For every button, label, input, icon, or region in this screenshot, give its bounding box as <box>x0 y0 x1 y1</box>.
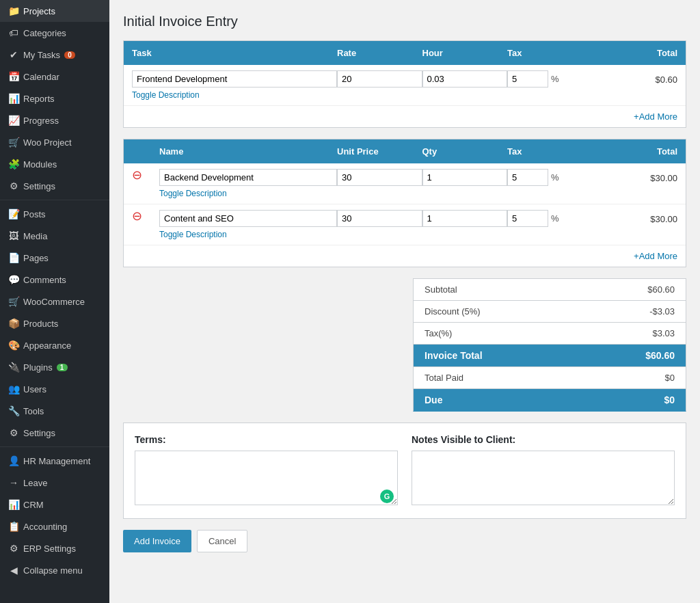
task-table-header: Task Rate Hour Tax Total <box>124 41 686 65</box>
product-row-1: ⊖ Toggle Description % $30.00 <box>124 163 686 204</box>
sidebar-item-modules[interactable]: 🧩 Modules <box>0 153 109 175</box>
product-toggle-desc-1[interactable]: Toggle Description <box>159 189 337 198</box>
task-rate-input[interactable] <box>337 70 422 88</box>
sidebar-item-reports[interactable]: 📊 Reports <box>0 88 109 109</box>
sidebar-item-settings[interactable]: ⚙ Settings <box>0 175 109 197</box>
notes-block: Notes Visible to Client: <box>412 434 675 507</box>
task-add-more[interactable]: +Add More <box>124 106 686 127</box>
sidebar-item-crm[interactable]: 📊 CRM <box>0 494 109 515</box>
settings2-icon: ⚙ <box>8 427 19 438</box>
product-toggle-desc-2[interactable]: Toggle Description <box>159 230 337 239</box>
remove-col-header <box>132 146 159 157</box>
product-qty-input-1[interactable] <box>422 169 508 186</box>
task-toggle-desc[interactable]: Toggle Description <box>132 90 337 100</box>
total-paid-label: Total Paid <box>425 373 463 383</box>
users-icon: 👥 <box>8 384 19 394</box>
sidebar-item-tools[interactable]: 🔧 Tools <box>0 400 109 422</box>
sidebar-item-leave[interactable]: → Leave <box>0 472 109 494</box>
unitprice-col-header: Unit Price <box>337 146 422 157</box>
product-table-header: Name Unit Price Qty Tax Total <box>124 139 686 163</box>
categories-icon: 🏷 <box>8 27 19 38</box>
settings-icon: ⚙ <box>8 180 19 191</box>
hour-col-header: Hour <box>422 48 508 58</box>
sidebar-item-users[interactable]: 👥 Users <box>0 378 109 400</box>
discount-value: -$3.03 <box>649 306 675 317</box>
cancel-button[interactable]: Cancel <box>197 530 247 552</box>
product-price-input-1[interactable] <box>337 169 422 186</box>
sidebar-item-my-tasks[interactable]: ✔ My Tasks 0 <box>0 44 109 66</box>
terms-label: Terms: <box>135 434 398 445</box>
sidebar-item-hr[interactable]: 👤 HR Management <box>0 450 109 472</box>
remove-icon-2[interactable]: ⊖ <box>132 208 142 223</box>
sidebar-item-erp[interactable]: ⚙ ERP Settings <box>0 537 109 559</box>
product-name-cell-2: Toggle Description <box>159 210 337 239</box>
task-hour-input[interactable] <box>422 70 508 88</box>
remove-btn-1[interactable]: ⊖ <box>132 169 159 181</box>
products-icon: 📦 <box>8 318 19 329</box>
sidebar-item-appearance[interactable]: 🎨 Appearance <box>0 334 109 356</box>
notes-textarea[interactable] <box>412 451 675 505</box>
posts-icon: 📝 <box>8 209 19 219</box>
task-tax-input[interactable] <box>507 70 548 88</box>
product-qty-cell-2 <box>422 210 508 227</box>
product-add-more[interactable]: +Add More <box>124 245 686 267</box>
due-row: Due $0 <box>413 388 686 412</box>
grammarly-icon: G <box>380 490 394 503</box>
product-table-section: Name Unit Price Qty Tax Total ⊖ Toggle D… <box>123 139 686 267</box>
tax-row: Tax(%) $3.03 <box>413 322 686 344</box>
projects-icon: 📁 <box>8 5 19 16</box>
woo-project-icon: 🛒 <box>8 137 19 148</box>
sidebar-item-pages[interactable]: 📄 Pages <box>0 247 109 269</box>
task-rate-cell <box>337 70 422 88</box>
sidebar-item-categories[interactable]: 🏷 Categories <box>0 22 109 44</box>
product-qty-cell-1 <box>422 169 508 186</box>
appearance-icon: 🎨 <box>8 340 19 351</box>
product-tax-input-1[interactable] <box>507 169 548 186</box>
summary-section: Subtotal $60.60 Discount (5%) -$3.03 Tax… <box>413 278 686 412</box>
add-invoice-button[interactable]: Add Invoice <box>123 530 191 552</box>
sidebar-item-media[interactable]: 🖼 Media <box>0 225 109 247</box>
progress-icon: 📈 <box>8 115 19 126</box>
total-paid-value: $0 <box>665 373 675 383</box>
product-tax-input-2[interactable] <box>507 210 548 227</box>
invoice-total-value: $60.60 <box>645 350 675 361</box>
sidebar-item-progress[interactable]: 📈 Progress <box>0 109 109 131</box>
product-qty-input-2[interactable] <box>422 210 508 227</box>
product-total-2: $30.00 <box>593 210 678 224</box>
sidebar-item-collapse[interactable]: ◀ Collapse menu <box>0 559 109 581</box>
tools-icon: 🔧 <box>8 405 19 416</box>
sidebar-item-settings2[interactable]: ⚙ Settings <box>0 422 109 444</box>
terms-input-wrapper: G <box>135 451 398 507</box>
sidebar-item-posts[interactable]: 📝 Posts <box>0 203 109 225</box>
task-tax-cell: % <box>507 70 593 88</box>
hr-icon: 👤 <box>8 455 19 466</box>
remove-btn-2[interactable]: ⊖ <box>132 210 159 222</box>
name-col-header: Name <box>159 146 337 157</box>
plugins-icon: 🔌 <box>8 362 19 373</box>
remove-icon-1[interactable]: ⊖ <box>132 167 142 182</box>
sidebar-item-projects[interactable]: 📁 Projects <box>0 0 109 22</box>
sidebar-item-plugins[interactable]: 🔌 Plugins 1 <box>0 356 109 378</box>
tasks-icon: ✔ <box>8 49 19 60</box>
task-tax-pct: % <box>551 74 559 84</box>
sidebar-item-woo-project[interactable]: 🛒 Woo Project <box>0 131 109 153</box>
product-row-2: ⊖ Toggle Description % $30.00 <box>124 204 686 245</box>
sidebar-item-accounting[interactable]: 📋 Accounting <box>0 515 109 537</box>
sidebar-item-comments[interactable]: 💬 Comments <box>0 269 109 291</box>
divider-2 <box>0 446 109 447</box>
product-name-input-1[interactable] <box>159 169 337 186</box>
notes-input-wrapper <box>412 451 675 507</box>
sidebar-item-woocommerce[interactable]: 🛒 WooCommerce <box>0 291 109 312</box>
task-name-input[interactable] <box>132 70 337 88</box>
notes-label: Notes Visible to Client: <box>412 434 675 445</box>
product-tax-pct-1: % <box>551 172 559 183</box>
terms-textarea[interactable] <box>135 451 398 505</box>
plugins-badge: 1 <box>57 364 68 371</box>
product-name-input-2[interactable] <box>159 210 337 227</box>
product-tax-pct-2: % <box>551 213 559 224</box>
discount-label: Discount (5%) <box>425 306 481 317</box>
sidebar-item-calendar[interactable]: 📅 Calendar <box>0 66 109 88</box>
product-price-input-2[interactable] <box>337 210 422 227</box>
sidebar-item-products[interactable]: 📦 Products <box>0 312 109 334</box>
product-tax-cell-1: % <box>507 169 593 186</box>
